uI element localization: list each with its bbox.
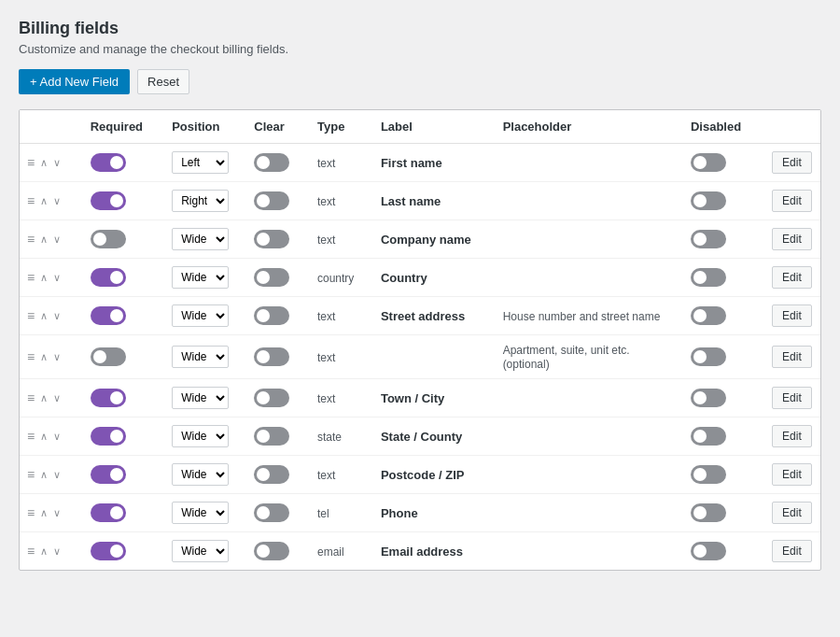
drag-handle[interactable]: ≡ ∧ ∨ xyxy=(27,544,76,559)
disabled-toggle[interactable] xyxy=(691,542,726,560)
edit-button[interactable]: Edit xyxy=(772,228,812,250)
clear-toggle[interactable] xyxy=(254,347,289,366)
required-cell xyxy=(83,297,164,335)
clear-toggle[interactable] xyxy=(254,153,289,172)
edit-button[interactable]: Edit xyxy=(772,304,812,327)
move-down-button[interactable]: ∨ xyxy=(51,545,63,558)
disabled-toggle[interactable] xyxy=(691,153,726,172)
position-select[interactable]: LeftRightWide xyxy=(172,425,229,447)
required-toggle[interactable] xyxy=(91,465,126,484)
edit-button[interactable]: Edit xyxy=(772,540,812,562)
disabled-toggle[interactable] xyxy=(691,503,726,522)
required-toggle[interactable] xyxy=(91,191,126,210)
position-cell: LeftRightWide xyxy=(164,418,246,456)
required-toggle[interactable] xyxy=(91,542,126,560)
edit-button[interactable]: Edit xyxy=(772,463,812,486)
placeholder-cell: Apartment, suite, unit etc. (optional) xyxy=(496,335,683,379)
move-up-button[interactable]: ∧ xyxy=(38,157,49,169)
clear-toggle[interactable] xyxy=(254,427,289,446)
edit-button[interactable]: Edit xyxy=(772,151,812,174)
disabled-toggle[interactable] xyxy=(691,389,726,407)
disabled-toggle[interactable] xyxy=(691,306,726,325)
move-up-button[interactable]: ∧ xyxy=(38,545,49,558)
label-cell: Phone xyxy=(373,494,496,532)
drag-handle[interactable]: ≡ ∧ ∨ xyxy=(27,390,76,405)
move-down-button[interactable]: ∨ xyxy=(51,234,63,246)
clear-toggle[interactable] xyxy=(254,268,289,287)
clear-toggle[interactable] xyxy=(254,191,289,210)
toolbar: + Add New Field Reset xyxy=(19,69,821,94)
position-select[interactable]: LeftRightWide xyxy=(172,502,229,524)
position-select[interactable]: LeftRightWide xyxy=(172,387,229,409)
required-toggle[interactable] xyxy=(91,389,126,407)
disabled-toggle[interactable] xyxy=(691,191,726,210)
disabled-toggle[interactable] xyxy=(691,465,726,484)
edit-button[interactable]: Edit xyxy=(772,346,812,368)
drag-handle[interactable]: ≡ ∧ ∨ xyxy=(27,270,76,285)
clear-toggle[interactable] xyxy=(254,503,289,522)
move-down-button[interactable]: ∨ xyxy=(51,157,63,169)
disabled-toggle[interactable] xyxy=(691,347,726,366)
reset-button[interactable]: Reset xyxy=(137,69,189,94)
position-select[interactable]: LeftRightWide xyxy=(172,228,229,250)
move-up-button[interactable]: ∧ xyxy=(38,351,49,363)
position-select[interactable]: LeftRightWide xyxy=(172,151,229,174)
move-up-button[interactable]: ∧ xyxy=(38,507,49,519)
disabled-toggle[interactable] xyxy=(691,268,726,287)
drag-handle[interactable]: ≡ ∧ ∨ xyxy=(27,467,76,482)
required-toggle[interactable] xyxy=(91,347,126,366)
clear-toggle[interactable] xyxy=(254,542,289,560)
position-select[interactable]: LeftRightWide xyxy=(172,304,229,327)
position-select[interactable]: LeftRightWide xyxy=(172,540,229,562)
position-select[interactable]: LeftRightWide xyxy=(172,346,229,368)
edit-button[interactable]: Edit xyxy=(772,502,812,524)
disabled-toggle[interactable] xyxy=(691,230,726,248)
move-up-button[interactable]: ∧ xyxy=(38,272,49,284)
edit-button[interactable]: Edit xyxy=(772,266,812,289)
position-select[interactable]: LeftRightWide xyxy=(172,266,229,289)
position-select[interactable]: LeftRightWide xyxy=(172,463,229,486)
required-toggle[interactable] xyxy=(91,230,126,248)
clear-toggle[interactable] xyxy=(254,389,289,407)
required-cell xyxy=(83,144,164,182)
required-toggle[interactable] xyxy=(91,153,126,172)
edit-cell: Edit xyxy=(764,418,820,456)
required-toggle[interactable] xyxy=(91,427,126,446)
move-up-button[interactable]: ∧ xyxy=(38,392,49,404)
drag-handle[interactable]: ≡ ∧ ∨ xyxy=(27,429,76,444)
drag-handle[interactable]: ≡ ∧ ∨ xyxy=(27,193,76,208)
position-select[interactable]: LeftRightWide xyxy=(172,190,229,212)
move-up-button[interactable]: ∧ xyxy=(38,195,49,207)
move-down-button[interactable]: ∨ xyxy=(51,310,63,322)
clear-toggle[interactable] xyxy=(254,306,289,325)
disabled-cell xyxy=(683,418,764,456)
edit-button[interactable]: Edit xyxy=(772,190,812,212)
move-down-button[interactable]: ∨ xyxy=(51,431,63,443)
drag-handle[interactable]: ≡ ∧ ∨ xyxy=(27,349,76,364)
drag-handle[interactable]: ≡ ∧ ∨ xyxy=(27,155,76,170)
edit-button[interactable]: Edit xyxy=(772,387,812,409)
drag-handle[interactable]: ≡ ∧ ∨ xyxy=(27,232,76,247)
clear-toggle[interactable] xyxy=(254,230,289,248)
clear-toggle[interactable] xyxy=(254,465,289,484)
move-up-button[interactable]: ∧ xyxy=(38,431,49,443)
required-toggle[interactable] xyxy=(91,306,126,325)
drag-handle[interactable]: ≡ ∧ ∨ xyxy=(27,308,76,323)
type-value: text xyxy=(317,310,335,323)
billing-fields-table-container: Required Position Clear Type Label Place… xyxy=(19,109,821,571)
move-down-button[interactable]: ∨ xyxy=(51,195,63,207)
move-down-button[interactable]: ∨ xyxy=(51,469,63,481)
move-up-button[interactable]: ∧ xyxy=(38,234,49,246)
move-down-button[interactable]: ∨ xyxy=(51,272,63,284)
required-toggle[interactable] xyxy=(91,503,126,522)
move-down-button[interactable]: ∨ xyxy=(51,392,63,404)
move-up-button[interactable]: ∧ xyxy=(38,469,49,481)
move-up-button[interactable]: ∧ xyxy=(38,310,49,322)
move-down-button[interactable]: ∨ xyxy=(51,507,63,519)
drag-handle[interactable]: ≡ ∧ ∨ xyxy=(27,505,76,520)
required-toggle[interactable] xyxy=(91,268,126,287)
disabled-toggle[interactable] xyxy=(691,427,726,446)
edit-button[interactable]: Edit xyxy=(772,425,812,447)
move-down-button[interactable]: ∨ xyxy=(51,351,63,363)
add-new-field-button[interactable]: + Add New Field xyxy=(19,69,130,94)
